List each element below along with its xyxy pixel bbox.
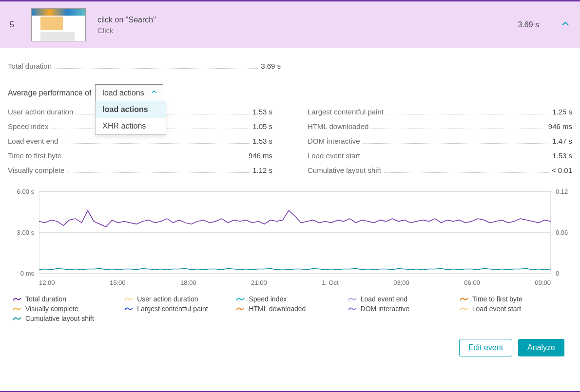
metric-label: Largest contentful paint [308,108,384,116]
metric-label: Speed index [8,122,48,131]
metric-value: 1.53 s [252,137,272,145]
legend-label: Total duration [25,295,66,303]
x-tick: 03:00 [393,279,409,286]
metric-value: 1.53 s [252,108,272,116]
legend-item[interactable]: HTML downloaded [236,305,344,313]
metric-label: HTML downloaded [308,122,368,131]
metric-value: 1.12 s [252,166,272,174]
legend-item[interactable]: Time to first byte [460,295,567,303]
metric-label: User action duration [8,108,73,116]
legend-item[interactable]: Load event end [348,295,456,303]
legend-swatch [348,296,357,302]
legend-label: Load event end [361,295,408,303]
legend-swatch [348,306,357,312]
legend-item[interactable]: Total duration [13,295,120,303]
legend-item[interactable]: Largest contentful paint [124,305,232,313]
metric-value: 946 ms [548,122,572,131]
legend-label: Largest contentful paint [137,305,208,313]
analyze-button[interactable]: Analyze [518,339,564,356]
chart-canvas [39,188,551,276]
legend-label: Cumulative layout shift [25,315,94,322]
x-tick: 1. Oct [322,279,339,286]
legend-label: User action duration [137,295,198,303]
collapse-icon[interactable] [561,19,570,31]
metric-row: Load event start1.53 s [308,151,572,160]
metric-row: Cumulative layout shift< 0.01 [308,166,572,175]
metric-label: Load event start [308,151,360,160]
metric-label: Time to first byte [8,151,61,160]
total-duration-row: Total duration 3.69 s [8,62,281,71]
event-index: 5 [10,20,19,29]
legend-item[interactable]: Speed index [236,295,344,303]
metric-label: Cumulative layout shift [308,166,381,174]
metric-value: 1.53 s [552,151,572,160]
edit-event-button[interactable]: Edit event [459,339,512,356]
x-tick: 06:00 [464,279,480,286]
legend-label: HTML downloaded [249,305,306,313]
legend-swatch [13,316,21,321]
x-tick: 15:00 [110,279,126,286]
dropdown-selected: load actions [102,89,144,97]
metric-value: 946 ms [249,151,272,160]
y-axis-right: 0.12 0.06 0 [553,188,572,276]
legend-item[interactable]: DOM interactive [348,305,456,313]
metric-value: 1.25 s [552,108,572,116]
metric-row: Load event end1.53 s [8,137,272,146]
y-axis-left: 6.00 s 3.00 s 0 ms [8,188,37,276]
metric-row: Largest contentful paint1.25 s [308,108,572,116]
legend-swatch [13,296,21,302]
metric-label: DOM interactive [308,137,360,145]
x-tick: 21:00 [251,279,267,286]
legend-swatch [13,306,21,312]
total-duration-label: Total duration [8,62,52,70]
legend-item[interactable]: User action duration [124,295,232,303]
metric-row: Visually complete1.12 s [8,166,272,175]
legend-label: DOM interactive [361,305,409,313]
legend-label: Visually complete [25,305,78,313]
event-thumbnail [31,8,86,41]
x-tick: 12:00 [39,279,55,286]
dropdown-option-xhr[interactable]: XHR actions [96,118,166,134]
metric-row: Time to first byte946 ms [8,151,272,160]
legend-swatch [124,296,133,302]
chevron-up-icon [150,88,158,98]
metric-value: < 0.01 [552,166,572,174]
performance-chart: 6.00 s 3.00 s 0 ms 0.12 0.06 0 12:0015:0… [8,188,572,286]
legend-item[interactable]: Load event start [460,305,567,313]
avg-perf-row: Average performance of load actions load… [8,84,572,102]
metric-row: HTML downloaded946 ms [308,122,572,131]
event-title: click on "Search" [97,16,506,24]
legend-label: Speed index [249,295,287,303]
avg-perf-label: Average performance of [8,89,91,97]
legend-item[interactable]: Cumulative layout shift [13,315,120,322]
event-title-block: click on "Search" Click [97,16,506,35]
event-header[interactable]: 5 click on "Search" Click 3.69 s [0,1,580,48]
chart-legend: Total durationUser action durationSpeed … [8,286,572,322]
x-tick: 18:00 [180,279,196,286]
dropdown-menu: load actions XHR actions [95,101,166,135]
x-axis: 12:0015:0018:0021:001. Oct03:0006:0009:0… [39,276,551,286]
dropdown-option-load[interactable]: load actions [96,101,166,118]
event-subtitle: Click [97,26,506,35]
event-duration: 3.69 s [518,20,539,29]
legend-swatch [236,306,245,312]
legend-label: Time to first byte [472,295,522,303]
x-tick: 09:00 [535,279,551,286]
legend-swatch [236,296,245,302]
metric-value: 1.47 s [552,137,572,145]
legend-swatch [460,296,468,302]
total-duration-value: 3.69 s [261,62,281,70]
metric-label: Load event end [8,137,58,145]
legend-swatch [124,306,133,312]
legend-label: Load event start [472,305,521,313]
metric-value: 1.05 s [252,122,272,131]
legend-swatch [460,306,468,312]
metric-row: DOM interactive1.47 s [308,137,572,146]
action-type-dropdown[interactable]: load actions load actions XHR actions [95,84,163,102]
metric-label: Visually complete [8,166,64,174]
legend-item[interactable]: Visually complete [13,305,120,313]
